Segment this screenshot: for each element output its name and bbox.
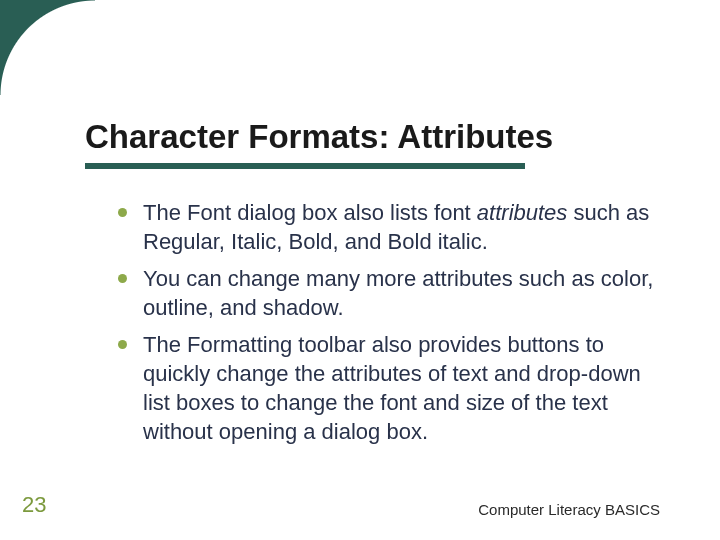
bullet-text: You can change many more attributes such… <box>143 264 660 322</box>
footer-text: Computer Literacy BASICS <box>478 501 660 518</box>
bullet-icon <box>118 208 127 217</box>
bullet-text-pre: You can change many more attributes such… <box>143 266 653 320</box>
list-item: The Formatting toolbar also provides but… <box>118 330 660 446</box>
corner-accent <box>0 0 95 95</box>
list-item: You can change many more attributes such… <box>118 264 660 322</box>
list-item: The Font dialog box also lists font attr… <box>118 198 660 256</box>
slide: Character Formats: Attributes The Font d… <box>0 0 720 540</box>
bullet-text-em: attributes <box>477 200 568 225</box>
bullet-text: The Font dialog box also lists font attr… <box>143 198 660 256</box>
slide-title: Character Formats: Attributes <box>85 118 680 156</box>
bullet-list: The Font dialog box also lists font attr… <box>118 198 660 454</box>
bullet-text-pre: The Formatting toolbar also provides but… <box>143 332 641 444</box>
page-number: 23 <box>22 492 46 518</box>
bullet-text: The Formatting toolbar also provides but… <box>143 330 660 446</box>
title-underline <box>85 163 525 169</box>
bullet-icon <box>118 274 127 283</box>
bullet-text-pre: The Font dialog box also lists font <box>143 200 477 225</box>
bullet-icon <box>118 340 127 349</box>
